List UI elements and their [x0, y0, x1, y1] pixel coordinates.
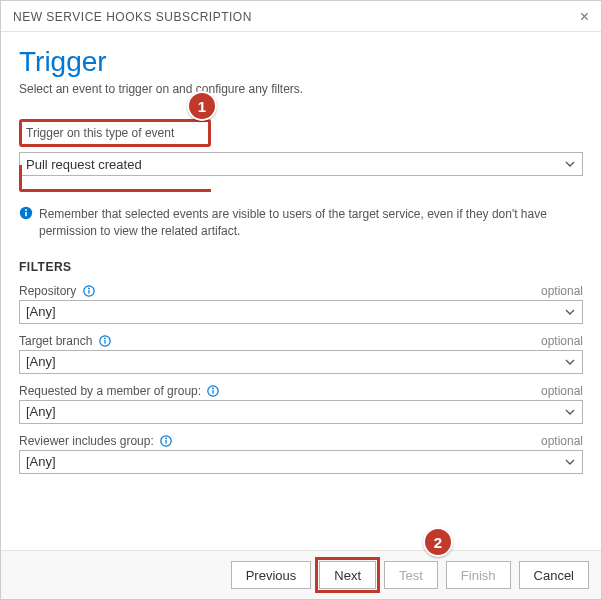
filter-value: [Any] [26, 354, 56, 369]
filter-select[interactable]: [Any] [19, 350, 583, 374]
optional-label: optional [541, 334, 583, 348]
filter-block: Target branch optional[Any] [19, 334, 583, 374]
previous-button[interactable]: Previous [231, 561, 312, 589]
info-icon[interactable] [83, 285, 95, 297]
filter-block: Repository optional[Any] [19, 284, 583, 324]
info-icon [19, 206, 33, 240]
cancel-button[interactable]: Cancel [519, 561, 589, 589]
filter-label-row: Repository optional [19, 284, 583, 298]
trigger-event-highlight: Trigger on this type of event [19, 119, 211, 147]
svg-rect-1 [25, 212, 27, 216]
filter-value: [Any] [26, 454, 56, 469]
optional-label: optional [541, 284, 583, 298]
filter-label: Reviewer includes group: [19, 434, 172, 448]
filter-value: [Any] [26, 404, 56, 419]
filters-heading: FILTERS [19, 260, 583, 274]
info-icon[interactable] [160, 435, 172, 447]
chevron-down-icon [564, 306, 576, 318]
optional-label: optional [541, 384, 583, 398]
chevron-down-icon [564, 356, 576, 368]
svg-point-11 [213, 388, 215, 390]
next-button[interactable]: Next [319, 561, 376, 589]
trigger-event-select[interactable]: Pull request created [19, 152, 583, 176]
info-icon[interactable] [99, 335, 111, 347]
optional-label: optional [541, 434, 583, 448]
filter-block: Requested by a member of group: optional… [19, 384, 583, 424]
svg-rect-13 [165, 440, 166, 444]
filter-select[interactable]: [Any] [19, 450, 583, 474]
page-subtitle: Select an event to trigger on and config… [19, 82, 583, 96]
chevron-down-icon [564, 158, 576, 170]
dialog-footer: 2 Previous Next Test Finish Cancel [1, 550, 601, 599]
trigger-event-value: Pull request created [26, 157, 142, 172]
filter-select[interactable]: [Any] [19, 300, 583, 324]
dialog-content: Trigger Select an event to trigger on an… [1, 32, 601, 550]
svg-point-14 [165, 438, 167, 440]
svg-rect-10 [213, 390, 214, 394]
chevron-down-icon [564, 406, 576, 418]
svg-rect-7 [104, 340, 105, 344]
chevron-down-icon [564, 456, 576, 468]
finish-button: Finish [446, 561, 511, 589]
page-heading: Trigger [19, 46, 583, 78]
filter-label-row: Reviewer includes group: optional [19, 434, 583, 448]
svg-rect-4 [88, 290, 89, 294]
filter-block: Reviewer includes group: optional[Any] [19, 434, 583, 474]
test-button: Test [384, 561, 438, 589]
svg-point-2 [25, 209, 27, 211]
svg-point-8 [104, 338, 106, 340]
dialog-titlebar: NEW SERVICE HOOKS SUBSCRIPTION × [1, 1, 601, 32]
filter-label: Target branch [19, 334, 111, 348]
info-icon[interactable] [207, 385, 219, 397]
filter-label: Requested by a member of group: [19, 384, 219, 398]
info-note-text: Remember that selected events are visibl… [39, 206, 583, 240]
filter-label-row: Target branch optional [19, 334, 583, 348]
trigger-event-label: Trigger on this type of event [24, 124, 206, 142]
dialog-title: NEW SERVICE HOOKS SUBSCRIPTION [13, 10, 252, 24]
close-icon[interactable]: × [580, 9, 589, 25]
filter-select[interactable]: [Any] [19, 400, 583, 424]
filter-label: Repository [19, 284, 95, 298]
filter-label-row: Requested by a member of group: optional [19, 384, 583, 398]
info-note: Remember that selected events are visibl… [19, 206, 583, 240]
filter-value: [Any] [26, 304, 56, 319]
svg-point-5 [88, 288, 90, 290]
